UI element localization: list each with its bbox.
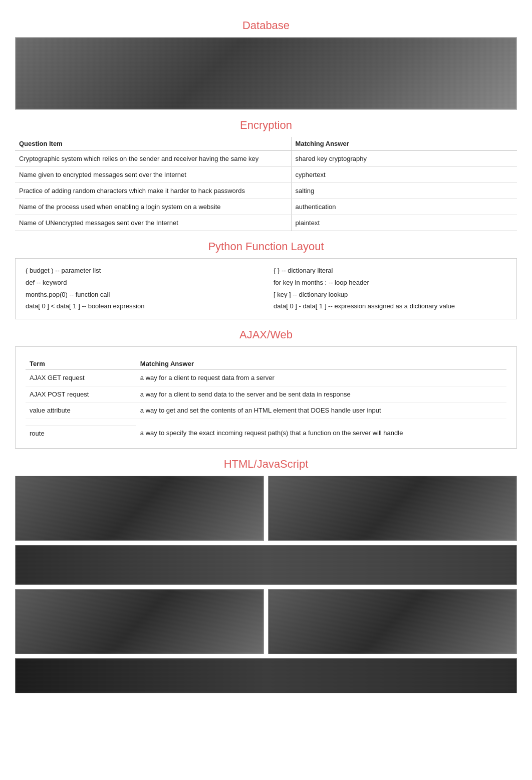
encryption-row: Name given to encrypted messages sent ov…: [15, 167, 517, 183]
html-js-title: HTML/JavaScript: [15, 458, 517, 471]
html-js-section: HTML/JavaScript: [15, 458, 517, 693]
page-wrapper: Database Encryption Question Item Matchi…: [0, 0, 532, 706]
encryption-question-2: Practice of adding random characters whi…: [15, 183, 291, 199]
ajax-col2-header: Matching Answer: [136, 358, 506, 370]
ajax-term-0: AJAX GET request: [26, 370, 136, 386]
ajax-row: AJAX GET request a way for a client to r…: [26, 370, 506, 386]
encryption-section: Encryption Question Item Matching Answer…: [15, 119, 517, 231]
database-blurred-image: [15, 37, 517, 110]
python-section: Python Function Layout ( budget ) -- par…: [15, 240, 517, 319]
ajax-title: AJAX/Web: [15, 328, 517, 341]
encryption-table: Question Item Matching Answer Cryptograp…: [15, 137, 517, 231]
python-left-item-3: data[ 0 ] < data[ 1 ] -- boolean express…: [26, 301, 258, 312]
encryption-title: Encryption: [15, 119, 517, 132]
encryption-answer-2: salting: [291, 183, 517, 199]
python-left-item-0: ( budget ) -- parameter list: [26, 266, 258, 276]
python-right-item-0: { } -- dictionary literal: [274, 266, 506, 276]
ajax-table: Term Matching Answer AJAX GET request a …: [26, 358, 506, 441]
ajax-term-3: tag</td> <td class="col-match" data-name…: [26, 419, 136, 425]
database-title: Database: [15, 19, 517, 32]
ajax-col1-header: Term: [26, 358, 136, 370]
encryption-answer-3: authentication: [291, 199, 517, 215]
html-js-blurred-right-2: [268, 589, 517, 654]
ajax-row: tag</td> <td class="col-match" data-name…: [26, 419, 506, 425]
python-right-item-3: data[ 0 ] - data[ 1 ] -- expression assi…: [274, 301, 506, 312]
ajax-answer-4: a way to specify the exact incoming requ…: [136, 425, 506, 441]
encryption-question-0: Cryptographic system which relies on the…: [15, 151, 291, 167]
encryption-row: Name of the process used when enabling a…: [15, 199, 517, 215]
html-js-blurred-right-1: [268, 476, 517, 541]
database-section: Database: [15, 19, 517, 110]
encryption-row: Practice of adding random characters whi…: [15, 183, 517, 199]
ajax-box: Term Matching Answer AJAX GET request a …: [15, 346, 517, 449]
encryption-answer-0: shared key cryptography: [291, 151, 517, 167]
ajax-term-2: value attribute: [26, 403, 136, 419]
ajax-row: route a way to specify the exact incomin…: [26, 425, 506, 441]
python-right-item-2: [ key ] -- dictionary lookup: [274, 290, 506, 300]
ajax-row: AJAX POST request a way for a client to …: [26, 386, 506, 403]
html-js-blurred-row-1: [15, 476, 517, 541]
encryption-col2-header: Matching Answer: [291, 137, 517, 151]
python-left-item-1: def -- keyword: [26, 278, 258, 288]
encryption-answer-1: cyphertext: [291, 167, 517, 183]
ajax-section: AJAX/Web Term Matching Answer AJAX GET r…: [15, 328, 517, 449]
html-js-blurred-left-1: [15, 476, 264, 541]
python-right-item-1: for key in months : -- loop header: [274, 278, 506, 288]
ajax-answer-0: a way for a client to request data from …: [136, 370, 506, 386]
encryption-question-3: Name of the process used when enabling a…: [15, 199, 291, 215]
encryption-answer-4: plaintext: [291, 215, 517, 231]
ajax-answer-1: a way for a client to send data to the s…: [136, 386, 506, 403]
python-left-col: ( budget ) -- parameter listdef -- keywo…: [26, 266, 258, 312]
python-title: Python Function Layout: [15, 240, 517, 253]
ajax-term-4: route: [26, 425, 136, 441]
ajax-answer-2: a way to get and set the contents of an …: [136, 403, 506, 419]
html-js-blurred-left-2: [15, 589, 264, 654]
python-box: ( budget ) -- parameter listdef -- keywo…: [15, 258, 517, 319]
html-js-blurred-full: [15, 545, 517, 585]
encryption-question-1: Name given to encrypted messages sent ov…: [15, 167, 291, 183]
python-right-col: { } -- dictionary literalfor key in mont…: [274, 266, 506, 312]
encryption-row: Cryptographic system which relies on the…: [15, 151, 517, 167]
ajax-row: value attribute a way to get and set the…: [26, 403, 506, 419]
html-js-blurred-row-2: [15, 589, 517, 654]
ajax-term-1: AJAX POST request: [26, 386, 136, 403]
encryption-col1-header: Question Item: [15, 137, 291, 151]
python-left-item-2: months.pop(0) -- function call: [26, 290, 258, 300]
encryption-row: Name of UNencrypted messages sent over t…: [15, 215, 517, 231]
python-grid: ( budget ) -- parameter listdef -- keywo…: [26, 266, 506, 312]
html-js-bottom-bar: [15, 658, 517, 693]
encryption-question-4: Name of UNencrypted messages sent over t…: [15, 215, 291, 231]
